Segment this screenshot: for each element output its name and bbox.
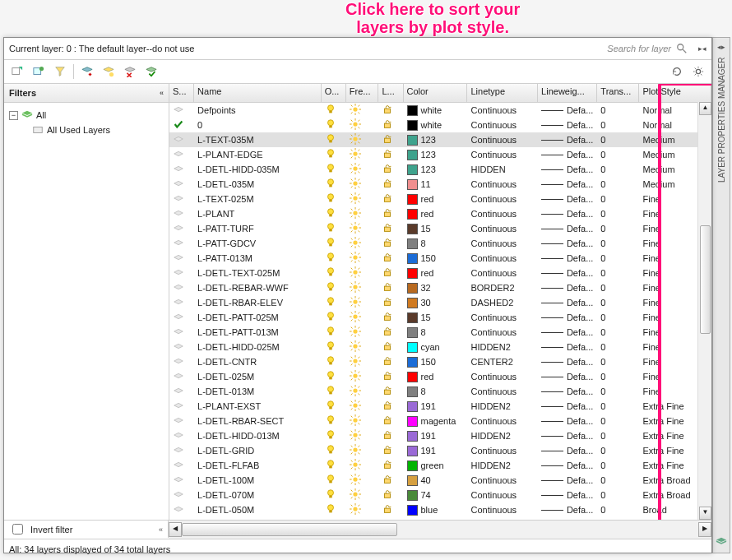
layer-row[interactable]: L-DETL-PATT-025M15ContinuousDefa...0Fine [169, 310, 711, 325]
invert-collapse-icon[interactable]: « [159, 525, 163, 534]
filter-tree-all[interactable]: − All [9, 108, 164, 123]
layer-linetype[interactable]: Continuous [467, 135, 538, 145]
bulb-icon[interactable] [325, 252, 336, 263]
layer-row[interactable]: L-DETL-013M8ContinuousDefa...0Fine [169, 384, 711, 399]
sun-icon[interactable] [350, 400, 361, 411]
sun-icon[interactable] [350, 281, 361, 293]
lock-icon[interactable] [382, 385, 393, 396]
layer-color[interactable]: 11 [404, 179, 468, 190]
layer-linetype[interactable]: Continuous [467, 446, 538, 456]
layer-transparency[interactable]: 0 [597, 135, 639, 145]
bulb-icon[interactable] [325, 503, 336, 515]
sun-icon[interactable] [350, 237, 361, 248]
lock-icon[interactable] [382, 429, 393, 441]
filter-tree-used[interactable]: All Used Layers [9, 123, 164, 137]
layer-linetype[interactable]: Continuous [467, 209, 538, 219]
sun-icon[interactable] [350, 474, 361, 485]
lock-icon[interactable] [382, 355, 393, 367]
header-plot-style[interactable]: Plot Style [639, 84, 711, 102]
layer-linetype[interactable]: Continuous [467, 372, 538, 382]
layer-linetype[interactable]: Continuous [467, 120, 538, 130]
refresh-button[interactable] [669, 63, 685, 80]
delete-layer-button[interactable] [122, 63, 138, 80]
sun-icon[interactable] [350, 488, 361, 500]
sun-icon[interactable] [350, 385, 361, 396]
layer-lineweight[interactable]: Defa... [538, 105, 597, 115]
lock-icon[interactable] [382, 118, 393, 130]
layer-lineweight[interactable]: Defa... [538, 475, 597, 485]
sun-icon[interactable] [350, 370, 361, 382]
layer-linetype[interactable]: Continuous [467, 268, 538, 278]
layer-row[interactable]: L-PATT-TURF15ContinuousDefa...0Fine [169, 221, 711, 236]
layer-linetype[interactable]: CENTER2 [467, 357, 538, 367]
layer-color[interactable]: 8 [404, 327, 468, 338]
layer-color[interactable]: 8 [404, 386, 468, 397]
layer-lineweight[interactable]: Defa... [538, 283, 597, 293]
layer-lineweight[interactable]: Defa... [538, 268, 597, 278]
lock-icon[interactable] [382, 222, 393, 234]
layer-transparency[interactable]: 0 [597, 179, 639, 189]
bulb-icon[interactable] [325, 311, 336, 322]
layer-lineweight[interactable]: Defa... [538, 327, 597, 337]
layer-transparency[interactable]: 0 [597, 446, 639, 456]
layer-row[interactable]: 0whiteContinuousDefa...0Normal [169, 118, 711, 132]
layer-lineweight[interactable]: Defa... [538, 194, 597, 204]
bulb-icon[interactable] [325, 459, 336, 470]
bulb-icon[interactable] [325, 281, 336, 293]
layer-row[interactable]: L-TEXT-025MredContinuousDefa...0Fine [169, 192, 711, 206]
sun-icon[interactable] [350, 207, 361, 219]
header-status[interactable]: S... [169, 84, 194, 102]
layer-row[interactable]: L-DETL-050MblueContinuousDefa...0Broad [169, 502, 711, 517]
layer-transparency[interactable]: 0 [597, 238, 639, 248]
collapse-left-icon[interactable]: ◂▸ [717, 43, 725, 51]
layer-linetype[interactable]: Continuous [467, 386, 538, 396]
layer-row[interactable]: L-DETL-TEXT-025MredContinuousDefa...0Fin… [169, 266, 711, 280]
filters-collapse-icon[interactable]: « [160, 89, 164, 97]
layer-transparency[interactable]: 0 [597, 386, 639, 396]
layer-linetype[interactable]: HIDDEN [467, 164, 538, 174]
header-on[interactable]: O... [322, 84, 346, 102]
layer-linetype[interactable]: HIDDEN2 [467, 431, 538, 441]
layer-linetype[interactable]: Continuous [467, 327, 538, 337]
sun-icon[interactable] [350, 414, 361, 426]
sun-icon[interactable] [350, 252, 361, 263]
layer-row[interactable]: L-DETL-REBAR-WWF32BORDER2Defa...0Fine [169, 280, 711, 295]
bulb-icon[interactable] [325, 429, 336, 441]
sun-icon[interactable] [350, 355, 361, 367]
sun-icon[interactable] [350, 296, 361, 308]
new-group-filter-button[interactable] [9, 63, 25, 80]
new-frozen-layer-button[interactable] [100, 63, 117, 80]
layer-linetype[interactable]: DASHED2 [467, 298, 538, 308]
lock-icon[interactable] [382, 474, 393, 485]
layer-row[interactable]: L-PLANT-EDGE123ContinuousDefa...0Medium [169, 147, 711, 162]
sun-icon[interactable] [350, 192, 361, 204]
layer-lineweight[interactable]: Defa... [538, 312, 597, 322]
layer-color[interactable]: 150 [404, 357, 468, 368]
layer-row[interactable]: L-DETL-035M11ContinuousDefa...0Medium [169, 177, 711, 192]
layer-row[interactable]: L-DETL-CNTR150CENTER2Defa...0Fine [169, 354, 711, 369]
layer-color[interactable]: 8 [404, 238, 468, 249]
vscroll-thumb[interactable] [700, 225, 711, 334]
layer-lineweight[interactable]: Defa... [538, 460, 597, 470]
sun-icon[interactable] [350, 429, 361, 441]
layer-lineweight[interactable]: Defa... [538, 298, 597, 308]
layer-transparency[interactable]: 0 [597, 164, 639, 174]
layer-color[interactable]: blue [404, 505, 468, 516]
header-name[interactable]: Name [194, 84, 322, 102]
bulb-icon[interactable] [325, 222, 336, 234]
lock-icon[interactable] [382, 163, 393, 174]
layer-row[interactable]: L-PLANT-EXST191HIDDEN2Defa...0Extra Fine [169, 399, 711, 414]
sun-icon[interactable] [350, 311, 361, 322]
layer-linetype[interactable]: Continuous [467, 105, 538, 115]
bulb-icon[interactable] [325, 178, 336, 189]
sun-icon[interactable] [350, 503, 361, 515]
bulb-icon[interactable] [325, 370, 336, 382]
layer-transparency[interactable]: 0 [597, 357, 639, 367]
bulb-icon[interactable] [325, 192, 336, 204]
lock-icon[interactable] [382, 459, 393, 470]
layer-lineweight[interactable]: Defa... [538, 431, 597, 441]
bulb-icon[interactable] [325, 148, 336, 160]
layer-color[interactable]: 74 [404, 490, 468, 501]
layer-color[interactable]: green [404, 460, 468, 471]
layer-color[interactable]: 191 [404, 431, 468, 442]
